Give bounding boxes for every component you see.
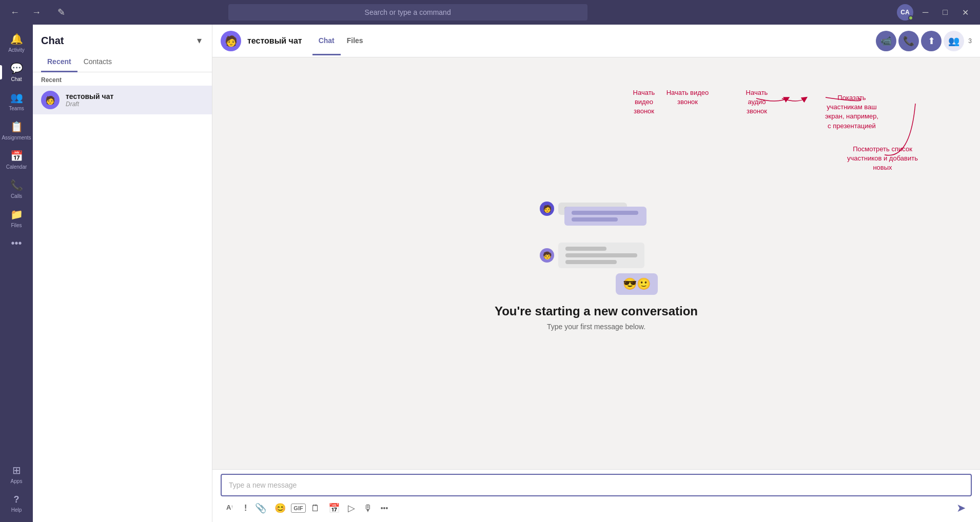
sidebar-item-calls[interactable]: 📞 Calls [2,175,31,203]
sidebar-label-apps: Apps [11,478,23,484]
titlebar-nav: ← → [6,5,45,20]
minimize-button[interactable]: ─ [917,6,933,19]
back-button[interactable]: ← [6,5,24,20]
svg-text:↑: ↑ [231,504,233,509]
sidebar-label-chat: Chat [11,76,22,82]
assignments-icon: 📋 [10,121,23,133]
sidebar-label-activity: Activity [8,47,25,53]
tab-chat-messages[interactable]: Chat [312,26,341,55]
screenshare-button[interactable]: ⬆ [921,31,942,51]
chat-list-title: Chat [41,35,64,47]
new-chat-button[interactable]: ✎ [53,5,69,20]
sidebar-item-teams[interactable]: 👥 Teams [2,87,31,115]
sidebar-label-calls: Calls [11,193,22,199]
activity-icon: 🔔 [10,33,23,45]
filter-button[interactable]: ▾ [195,33,204,48]
sidebar-label-files: Files [11,223,22,228]
close-button[interactable]: ✕ [957,6,974,19]
chat-item-preview: Draft [66,101,204,108]
sidebar-item-more[interactable]: ••• [2,233,31,253]
illus-bubble-line-2 [565,253,637,257]
sidebar-item-help[interactable]: ? Help [2,490,31,517]
emoji-button[interactable]: 😊 [271,500,289,516]
tab-contacts[interactable]: Contacts [77,52,118,72]
illus-reply-1 [564,207,646,226]
delivery-button[interactable]: ▷ [345,500,358,516]
teams-icon: 👥 [10,91,23,104]
search-input[interactable] [228,4,587,21]
message-input-area: A↑ ! 📎 😊 GIF 🗒 📅 ▷ 🎙 ••• ➤ [212,469,980,522]
sidebar-item-assignments[interactable]: 📋 Assignments [2,116,31,145]
sidebar-item-calendar[interactable]: 📅 Calendar [2,146,31,174]
chat-body: Начать видео звонок Начатьаудиозвонок На… [212,57,980,522]
section-label-recent: Recent [33,72,212,86]
chat-list-item[interactable]: 🧑 тестовый чат Draft [33,86,212,114]
sticker-button[interactable]: 🗒 [308,501,323,516]
chat-list-header: Chat ▾ [33,25,212,48]
illus-avatar-2: 🧒 [540,248,554,263]
message-input[interactable] [221,474,972,496]
sidebar-label-teams: Teams [9,106,24,111]
calls-icon: 📞 [10,179,23,191]
chat-main: 🧑 тестовый чат Chat Files 📹 📞 ⬆ 👥 3 Нача… [212,25,980,522]
user-avatar[interactable]: CA [897,4,913,21]
illus-reply-line-2 [572,217,618,222]
format-button[interactable]: A↑ [223,500,239,517]
chat-illustration: 🧑 🧒 [530,196,663,289]
sidebar-label-assignments: Assignments [2,135,31,140]
audio-message-button[interactable]: 🎙 [360,501,376,516]
titlebar: ← → ✎ CA ─ □ ✕ [0,0,980,25]
more-tools-button[interactable]: ••• [378,502,391,514]
forward-button[interactable]: → [28,5,45,20]
chat-list-tabs: Recent Contacts [33,52,212,72]
sidebar-item-apps[interactable]: ⊞ Apps [2,460,31,488]
chat-list-panel: Chat ▾ Recent Contacts Recent 🧑 тестовый… [33,25,212,522]
message-toolbar: A↑ ! 📎 😊 GIF 🗒 📅 ▷ 🎙 ••• ➤ [221,496,972,520]
sidebar-item-chat[interactable]: 💬 Chat [2,58,31,86]
gif-button[interactable]: GIF [291,504,305,513]
chat-item-info: тестовый чат Draft [66,92,204,108]
attach-button[interactable]: 📎 [252,500,269,516]
illus-bubble-line-1 [565,247,606,251]
titlebar-right: CA ─ □ ✕ [897,4,974,21]
tab-recent[interactable]: Recent [41,52,77,72]
sidebar: 🔔 Activity 💬 Chat 👥 Teams 📋 Assignments … [0,25,33,522]
chat-item-name: тестовый чат [66,92,204,101]
chat-icon: 💬 [10,62,23,74]
maximize-button[interactable]: □ [937,6,953,19]
chat-header-actions: 📹 📞 ⬆ 👥 3 [876,31,972,51]
chat-header-avatar: 🧑 [221,31,241,51]
chat-content: 🧑 🧒 [212,57,980,469]
illus-avatar-1: 🧑 [540,202,554,216]
chat-header-tabs: Chat Files [312,26,369,55]
chat-header-name: тестовый чат [247,36,302,46]
tab-chat-files[interactable]: Files [341,26,369,55]
more-icon: ••• [11,237,22,249]
important-button[interactable]: ! [241,501,250,515]
help-icon: ? [14,494,19,505]
audio-call-button[interactable]: 📞 [898,31,919,51]
sidebar-item-activity[interactable]: 🔔 Activity [2,29,31,57]
calendar-icon: 📅 [10,150,23,162]
send-button[interactable]: ➤ [952,499,970,517]
sidebar-item-files[interactable]: 📁 Files [2,204,31,232]
new-conversation-title: You're starting a new conversation [495,304,698,318]
sidebar-label-calendar: Calendar [6,164,27,170]
illus-emoji-bubble: 😎🙂 [616,273,658,295]
chat-header: 🧑 тестовый чат Chat Files 📹 📞 ⬆ 👥 3 [212,25,980,57]
apps-icon: ⊞ [12,464,21,476]
meeting-button[interactable]: 📅 [325,500,343,516]
online-indicator [908,15,913,21]
illus-message-2: 🧒 [540,243,644,268]
participants-button[interactable]: 👥 [944,31,964,51]
new-conversation-subtitle: Type your first message below. [547,323,645,331]
illus-reply-line-1 [572,211,638,215]
sidebar-label-help: Help [11,507,22,513]
illus-bubble-2 [558,243,644,268]
video-call-button[interactable]: 📹 [876,31,896,51]
files-icon: 📁 [10,208,23,220]
participants-count: 3 [968,37,972,45]
illus-bubble-line-3 [565,260,617,264]
sidebar-bottom: ⊞ Apps ? Help [2,460,31,518]
main-container: 🔔 Activity 💬 Chat 👥 Teams 📋 Assignments … [0,25,980,522]
